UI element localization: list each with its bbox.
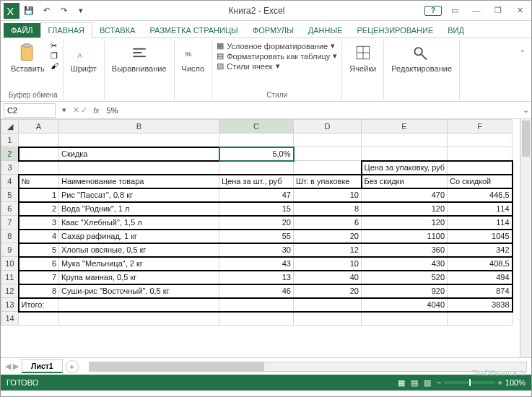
cell-C2[interactable]: 5,0% [219,147,294,161]
cell[interactable]: 2 [19,202,59,216]
cell[interactable]: Вода "Родник", 1 л [59,202,219,216]
cell[interactable]: 1100 [362,230,448,243]
cell[interactable]: 360 [362,243,448,257]
row-header[interactable]: 14 [1,312,19,326]
tab-insert[interactable]: ВСТАВКА [92,23,142,38]
row-header[interactable]: 2 [1,147,19,161]
cell[interactable]: Хлопья овсяные, 0,5 кг [59,243,219,257]
zoom-control[interactable]: − + 100% [437,378,526,387]
cut-icon[interactable]: ✂ [51,41,58,51]
add-sheet-button[interactable]: + [66,360,79,373]
cell[interactable]: 114 [448,202,513,216]
col-header-B[interactable]: B [59,120,219,134]
cells-button[interactable]: Ячейки [346,41,379,74]
redo-icon[interactable]: ↷ [56,3,71,19]
cell[interactable]: 46 [219,284,294,298]
cond-format-button[interactable]: ▦Условное форматирование ▾ [217,41,337,51]
cell[interactable]: 30 [219,243,294,257]
view-normal-icon[interactable]: ▦ [398,378,405,388]
row-header[interactable]: 5 [1,188,19,202]
expand-formula-icon[interactable]: ⌄ [520,105,531,115]
cell[interactable]: 430 [362,257,448,271]
namebox-dropdown-icon[interactable]: ▾ [58,105,70,115]
cell[interactable]: 120 [362,216,448,230]
cell[interactable]: Без скидки [362,175,448,188]
cell[interactable]: 47 [219,188,294,202]
cell[interactable]: 874 [448,284,513,298]
cell[interactable]: 408,5 [448,257,513,271]
cell[interactable]: 20 [294,230,362,243]
select-all-button[interactable]: ◢ [1,120,19,134]
cell-styles-button[interactable]: ▧Стили ячеек ▾ [217,61,337,71]
zoom-slider[interactable] [444,381,494,384]
cell[interactable]: 114 [448,216,513,230]
zoom-level[interactable]: 100% [505,378,526,387]
tab-review[interactable]: РЕЦЕНЗИРОВАНИЕ [349,23,440,38]
row-header[interactable]: 1 [1,134,19,147]
cell[interactable]: Сахар рафинад, 1 кг [59,230,219,243]
view-pagebreak-icon[interactable]: ▥ [424,378,431,388]
copy-icon[interactable]: ❐ [51,51,58,61]
cell[interactable]: Мука "Мельница", 2 кг [59,257,219,271]
cell[interactable]: 120 [362,202,448,216]
cell[interactable]: 8 [19,284,59,298]
cell[interactable]: 40 [294,271,362,284]
row-header[interactable]: 13 [1,298,19,312]
zoom-in-icon[interactable]: + [497,378,502,387]
col-header-E[interactable]: E [362,120,448,134]
sheet-tab-1[interactable]: Лист1 [22,359,63,373]
font-button[interactable]: AШрифт [68,41,100,74]
cell[interactable]: 470 [362,188,448,202]
editing-button[interactable]: Редактирование [388,41,455,74]
cell[interactable]: 8 [294,202,362,216]
format-as-table-button[interactable]: ▤Форматировать как таблицу ▾ [217,51,337,61]
cell[interactable]: № [19,175,59,188]
cell[interactable]: Цена за упаковку, руб [362,161,448,175]
cell[interactable]: Шт. в упаковке [294,175,362,188]
formatpainter-icon[interactable]: 🖌 [51,61,58,70]
tab-file[interactable]: ФАЙЛ [4,23,40,38]
col-header-A[interactable]: A [19,120,59,134]
cell[interactable]: 6 [19,257,59,271]
sheet-nav[interactable]: ◀ ▶ [5,362,19,371]
cell[interactable]: 4040 [362,298,448,312]
cell[interactable]: Итого: [19,298,59,312]
save-icon[interactable]: 💾 [21,3,37,19]
row-header[interactable]: 6 [1,202,19,216]
enter-icon[interactable]: ✓ [81,105,87,115]
row-header[interactable]: 10 [1,257,19,271]
cell[interactable]: 5 [19,243,59,257]
number-button[interactable]: %Число [179,41,208,74]
col-header-F[interactable]: F [448,120,513,134]
col-header-C[interactable]: C [219,120,294,134]
collapse-ribbon-icon[interactable]: ˬ [517,40,528,100]
cell[interactable]: 15 [219,202,294,216]
maximize-icon[interactable]: ❐ [489,6,507,16]
row-header[interactable]: 12 [1,284,19,298]
tab-pagelayout[interactable]: РАЗМЕТКА СТРАНИЦЫ [142,23,245,38]
cell[interactable]: 1 [19,188,59,202]
minimize-icon[interactable]: — [468,6,485,16]
cell[interactable]: Скидка [59,147,219,161]
ribbon-opts-icon[interactable]: ▭ [446,6,463,16]
cell[interactable]: 10 [294,257,362,271]
row-header[interactable]: 4 [1,175,19,188]
cell[interactable]: 20 [294,284,362,298]
cell[interactable]: 1045 [448,230,513,243]
cell[interactable]: 43 [219,257,294,271]
cell[interactable]: 20 [219,216,294,230]
cell[interactable]: Наименование товара [59,175,219,188]
cell[interactable]: 3 [19,216,59,230]
tab-formulas[interactable]: ФОРМУЛЫ [245,23,301,38]
cell[interactable]: 520 [362,271,448,284]
cell[interactable]: 13 [219,271,294,284]
cell[interactable]: 7 [19,271,59,284]
cell[interactable]: Квас "Хлебный", 1,5 л [59,216,219,230]
formula-input[interactable]: 5% [103,105,520,115]
cell[interactable]: 10 [294,188,362,202]
name-box[interactable]: C2 [4,103,56,118]
help-icon[interactable]: ? [424,6,442,16]
cell[interactable]: 3838 [448,298,513,312]
cell[interactable]: 12 [294,243,362,257]
undo-icon[interactable]: ↶ [38,3,54,19]
